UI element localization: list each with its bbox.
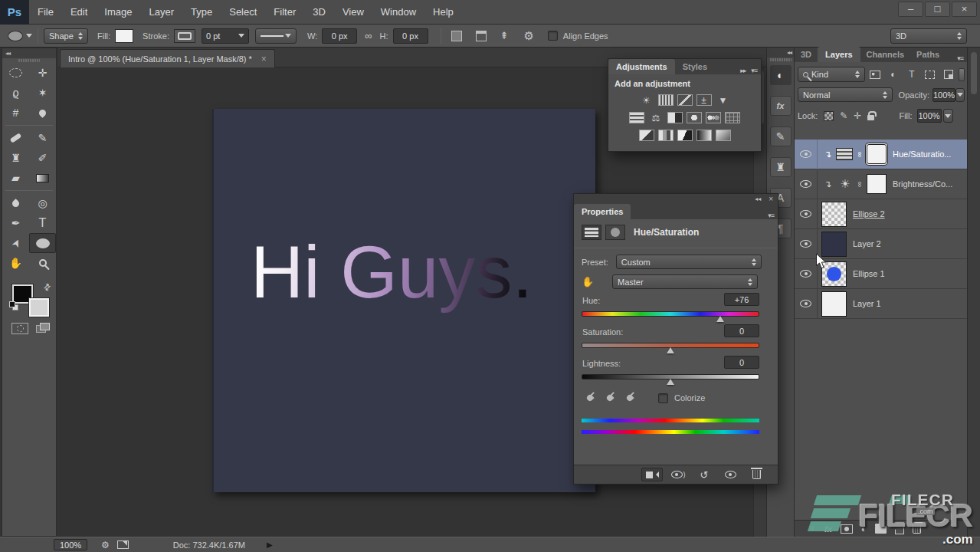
- layer-mask-thumbnail[interactable]: [867, 144, 887, 164]
- stroke-type-select[interactable]: [255, 28, 297, 44]
- eye-icon[interactable]: [800, 180, 811, 188]
- hue-slider-thumb[interactable]: [716, 316, 724, 322]
- layer-mask-thumbnail[interactable]: [867, 174, 887, 194]
- magic-wand-tool[interactable]: ✶: [29, 83, 56, 103]
- preset-select[interactable]: Custom: [616, 255, 762, 269]
- gradient-map-icon[interactable]: [696, 130, 712, 141]
- colorize-checkbox[interactable]: [658, 393, 668, 403]
- blend-mode-select[interactable]: Normal: [798, 87, 893, 102]
- link-dimensions-icon[interactable]: ∞: [365, 30, 372, 41]
- posterize-icon[interactable]: [658, 130, 674, 141]
- ellipse-shape-tool[interactable]: [29, 233, 56, 253]
- tab-styles[interactable]: Styles: [675, 59, 715, 74]
- layer-thumbnail[interactable]: [821, 291, 847, 317]
- menu-help[interactable]: Help: [424, 0, 462, 25]
- tab-channels[interactable]: Channels: [860, 47, 911, 62]
- gradient-tool[interactable]: [29, 168, 56, 188]
- healing-brush-tool[interactable]: [2, 128, 29, 148]
- dodge-tool[interactable]: ◎: [29, 193, 56, 213]
- visibility-cell[interactable]: [795, 199, 818, 229]
- adjustments-panel-icon[interactable]: ◐: [770, 65, 792, 85]
- document-canvas[interactable]: Hi Guys.: [212, 109, 595, 492]
- eye-icon[interactable]: [800, 270, 811, 278]
- filter-shape-layers-icon[interactable]: [922, 67, 938, 81]
- view-previous-state-button[interactable]: ): [667, 468, 689, 481]
- layer-name[interactable]: Brightness/Co...: [893, 179, 952, 189]
- dock-collapse-arrows[interactable]: ◂◂: [767, 48, 794, 58]
- photo-filter-icon[interactable]: [687, 112, 702, 123]
- hue-value-field[interactable]: +76: [724, 293, 759, 306]
- dock-gripper[interactable]: [767, 58, 794, 62]
- layer-row-hue-saturation[interactable]: ↴ ∞ Hue/Saturatio...: [795, 140, 968, 169]
- gear-icon[interactable]: ⚙: [523, 29, 533, 43]
- link-layers-icon[interactable]: ∞: [808, 525, 817, 533]
- brush-presets-panel-icon[interactable]: ✎: [770, 127, 792, 146]
- hue-saturation-icon[interactable]: [629, 112, 644, 123]
- hand-tool[interactable]: ✋: [2, 253, 29, 273]
- mask-badge-icon[interactable]: [605, 225, 625, 240]
- fill-swatch[interactable]: [115, 29, 133, 43]
- targeted-adjustment-tool-icon[interactable]: ✋: [582, 276, 605, 288]
- visibility-cell[interactable]: [795, 140, 818, 169]
- filter-kind-select[interactable]: Kind: [798, 67, 865, 82]
- menu-select[interactable]: Select: [221, 0, 265, 25]
- menu-file[interactable]: File: [29, 0, 62, 25]
- tab-layers[interactable]: Layers: [818, 47, 860, 62]
- menu-window[interactable]: Window: [372, 0, 424, 25]
- clone-source-panel-icon[interactable]: ♜: [770, 157, 792, 177]
- filter-type-layers-icon[interactable]: T: [903, 67, 919, 81]
- layer-row-brightness-contrast[interactable]: ↴ ☀ ∞ Brightness/Co...: [795, 169, 968, 199]
- fill-dropdown[interactable]: [943, 109, 953, 123]
- filter-smart-objects-icon[interactable]: [940, 67, 956, 81]
- styles-panel-icon[interactable]: fx: [770, 96, 792, 116]
- tab-3d[interactable]: 3D: [795, 47, 818, 62]
- blur-tool[interactable]: [2, 193, 29, 213]
- layer-row-layer-1[interactable]: Layer 1: [795, 289, 968, 319]
- path-arrangement-icon[interactable]: ⇞: [500, 30, 509, 41]
- saturation-slider-thumb[interactable]: [667, 347, 674, 353]
- quick-mask-mode-button[interactable]: [11, 323, 28, 334]
- layer-style-fx-icon[interactable]: fx: [824, 524, 832, 534]
- eyedropper-sample-icon[interactable]: [585, 392, 595, 404]
- layer-name[interactable]: Ellipse 1: [853, 269, 885, 278]
- default-colors-icon[interactable]: [9, 301, 19, 310]
- zoom-tool[interactable]: [29, 253, 56, 273]
- layer-name[interactable]: Ellipse 2: [853, 209, 885, 219]
- maximize-button[interactable]: □: [925, 2, 950, 17]
- screen-mode-button[interactable]: [36, 323, 51, 334]
- filter-pixel-layers-icon[interactable]: [867, 67, 883, 81]
- brightness-contrast-icon[interactable]: ☀: [639, 94, 654, 106]
- eye-icon[interactable]: [800, 240, 811, 248]
- color-lookup-icon[interactable]: [725, 112, 740, 123]
- path-operations-icon[interactable]: [451, 31, 462, 41]
- stroke-width-field[interactable]: 0 pt: [202, 28, 249, 44]
- toggle-visibility-button[interactable]: [719, 468, 741, 481]
- layer-name[interactable]: Layer 1: [853, 299, 881, 308]
- saturation-slider-track[interactable]: [582, 343, 759, 348]
- add-layer-mask-icon[interactable]: [841, 524, 853, 534]
- menu-3d[interactable]: 3D: [304, 0, 334, 25]
- shape-width-field[interactable]: 0 px: [322, 28, 357, 44]
- swap-colors-icon[interactable]: ⇄: [41, 281, 54, 294]
- hue-slider-track[interactable]: [582, 311, 759, 317]
- exposure-icon[interactable]: ±: [696, 94, 712, 106]
- align-edges-checkbox[interactable]: [548, 31, 558, 41]
- status-gear-icon[interactable]: ⚙: [101, 540, 110, 550]
- eye-icon[interactable]: [800, 300, 811, 307]
- threshold-icon[interactable]: [677, 130, 693, 141]
- brightness-contrast-layer-icon[interactable]: ☀: [836, 177, 854, 191]
- filter-adjustment-layers-icon[interactable]: ◐: [885, 67, 901, 81]
- tab-paths[interactable]: Paths: [910, 47, 946, 62]
- tab-properties[interactable]: Properties: [574, 204, 631, 219]
- opacity-field[interactable]: 100%: [932, 88, 955, 102]
- dock-right-scrollbar[interactable]: [967, 48, 980, 537]
- pen-tool[interactable]: ✒: [2, 213, 29, 233]
- curves-icon[interactable]: [677, 94, 693, 106]
- lasso-tool[interactable]: ϱ: [2, 83, 29, 103]
- panel-menu-icon[interactable]: ▾≡: [751, 67, 761, 74]
- clone-stamp-tool[interactable]: ♜: [2, 148, 29, 168]
- menu-layer[interactable]: Layer: [141, 0, 183, 25]
- lightness-slider-thumb[interactable]: [667, 379, 674, 385]
- crop-tool[interactable]: #: [2, 103, 29, 123]
- eye-icon[interactable]: [800, 150, 811, 158]
